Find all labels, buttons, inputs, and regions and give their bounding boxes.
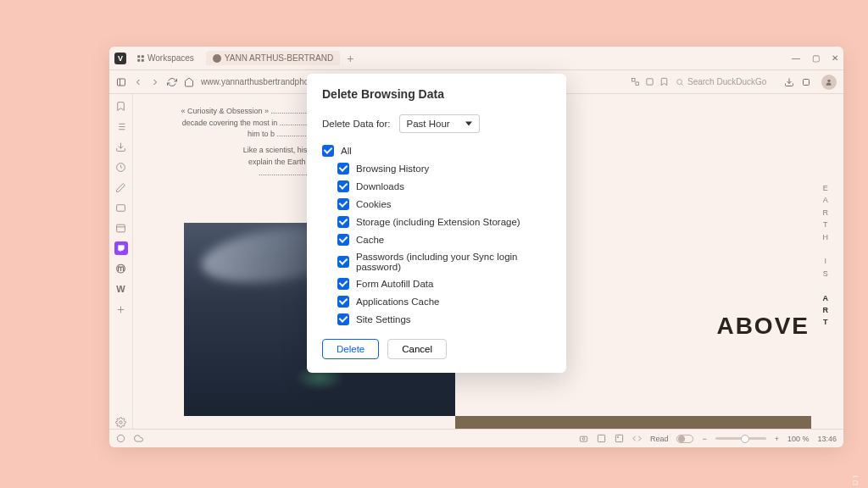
forward-button[interactable] (150, 77, 160, 87)
status-tiling[interactable] (597, 434, 606, 443)
back-button[interactable] (133, 77, 143, 87)
status-sync[interactable] (116, 434, 125, 443)
bookmark-icon (115, 101, 126, 112)
grid-icon (597, 434, 606, 443)
panel-reading-list[interactable] (114, 119, 128, 133)
tab-title: YANN ARTHUS-BERTRAND (225, 53, 333, 63)
panel-translate[interactable] (114, 201, 128, 214)
status-cloud[interactable] (134, 434, 143, 443)
reload-button[interactable] (167, 77, 177, 87)
delete-browsing-data-dialog: Delete Browsing Data Delete Data for: Pa… (307, 74, 566, 373)
panel-notes[interactable] (114, 180, 128, 194)
vivaldi-logo-icon[interactable]: V (114, 53, 126, 64)
zoom-slider[interactable] (715, 437, 766, 440)
svg-rect-17 (117, 204, 125, 211)
checkbox-icon (337, 278, 349, 290)
checkbox-label: Cache (356, 235, 384, 245)
svg-marker-29 (465, 122, 472, 126)
checkbox-icon (337, 198, 349, 210)
checkbox-item[interactable]: Browsing History (337, 163, 551, 175)
new-tab-button[interactable]: + (347, 52, 353, 65)
panel-bookmarks[interactable] (114, 99, 128, 113)
vivaldi-watermark: VIVALDI (851, 473, 860, 488)
panel-twitch[interactable] (114, 241, 128, 255)
svg-point-9 (677, 79, 682, 84)
checkbox-all[interactable]: All (322, 145, 551, 157)
panel-window[interactable] (114, 221, 128, 235)
secondary-image (455, 416, 811, 429)
tab-favicon (213, 54, 221, 63)
checkbox-item[interactable]: Downloads (337, 180, 551, 192)
reader-icon[interactable] (645, 77, 654, 86)
minimize-button[interactable]: — (792, 53, 800, 63)
svg-rect-4 (118, 79, 125, 86)
extensions-button[interactable] (801, 77, 811, 87)
zoom-out[interactable]: − (702, 435, 706, 443)
delete-button[interactable]: Delete (322, 339, 379, 359)
time-range-select[interactable]: Past Hour (399, 114, 480, 133)
svg-rect-27 (615, 435, 622, 441)
close-button[interactable]: ✕ (832, 53, 838, 63)
browser-tab[interactable]: YANN ARTHUS-BERTRAND (206, 51, 340, 65)
checkbox-label: Passwords (including your Sync login pas… (356, 252, 551, 272)
window-icon (115, 223, 126, 234)
maximize-button[interactable]: ▢ (812, 53, 820, 63)
status-capture[interactable] (579, 434, 588, 443)
list-icon (115, 121, 126, 132)
workspaces-button[interactable]: Workspaces (131, 52, 199, 64)
checkbox-label: Downloads (356, 181, 404, 191)
status-read-toggle[interactable] (676, 435, 693, 443)
delete-for-label: Delete Data for: (322, 119, 391, 129)
profile-button[interactable] (821, 75, 837, 90)
panel-downloads[interactable] (114, 140, 128, 153)
status-page-actions[interactable] (632, 434, 642, 443)
svg-point-23 (117, 435, 124, 441)
svg-rect-18 (117, 225, 125, 232)
vertical-text-plain: EARTHIS (823, 182, 832, 280)
search-field[interactable]: Search DuckDuckGo (676, 77, 777, 86)
pencil-icon (115, 182, 126, 193)
checkbox-icon (337, 180, 349, 192)
search-icon (676, 78, 684, 86)
svg-point-12 (827, 79, 830, 81)
side-panel: ⓜ W (109, 94, 133, 429)
home-button[interactable] (184, 77, 194, 87)
checkbox-item[interactable]: Site Settings (337, 313, 551, 325)
cancel-button[interactable]: Cancel (387, 339, 447, 359)
checkbox-item[interactable]: Form Autofill Data (337, 278, 551, 290)
checkbox-item[interactable]: Passwords (including your Sync login pas… (337, 252, 551, 272)
svg-rect-8 (647, 79, 653, 85)
zoom-value: 100 % (787, 435, 810, 443)
checkbox-item[interactable]: Applications Cache (337, 296, 551, 308)
search-placeholder: Search DuckDuckGo (687, 77, 766, 86)
address-extensions (631, 77, 669, 86)
downloads-button[interactable] (784, 77, 794, 87)
panel-mastodon[interactable]: ⓜ (114, 262, 128, 275)
puzzle-icon (801, 77, 811, 87)
status-images[interactable] (615, 434, 624, 443)
checkbox-icon (337, 313, 349, 325)
mastodon-icon: ⓜ (116, 263, 125, 275)
checkbox-item[interactable]: Cookies (337, 198, 551, 210)
checkbox-item[interactable]: Storage (including Extension Storage) (337, 216, 551, 228)
zoom-in[interactable]: + (775, 435, 779, 443)
checkbox-icon (337, 163, 349, 175)
workspaces-icon (136, 54, 145, 63)
panel-wikipedia[interactable]: W (114, 282, 128, 296)
dialog-buttons: Delete Cancel (322, 339, 551, 359)
panel-history[interactable] (114, 160, 128, 174)
translate-icon[interactable] (631, 77, 640, 86)
chevron-down-icon (465, 120, 472, 127)
page-heading: ABOVE (716, 313, 810, 340)
panel-toggle-button[interactable] (116, 77, 126, 87)
titlebar: V Workspaces YANN ARTHUS-BERTRAND + — ▢ … (109, 47, 843, 70)
svg-rect-3 (142, 58, 144, 61)
image-icon (615, 434, 624, 443)
arrow-left-icon (133, 77, 143, 87)
panel-settings[interactable] (114, 415, 128, 429)
bookmark-icon[interactable] (659, 77, 669, 86)
clock: 13:46 (817, 435, 837, 443)
code-icon (632, 434, 642, 443)
checkbox-item[interactable]: Cache (337, 234, 551, 246)
panel-add[interactable] (114, 302, 128, 316)
